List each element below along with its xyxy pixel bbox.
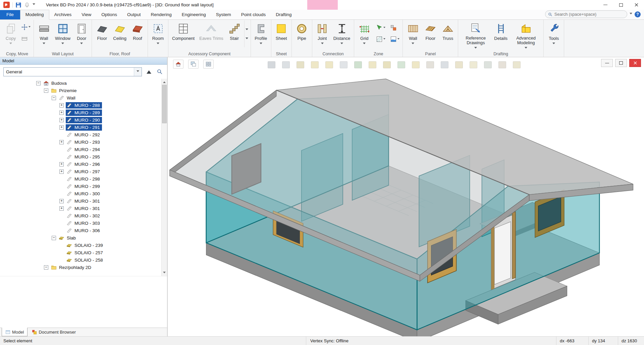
tree-item-wall[interactable]: −Wall	[0, 94, 161, 101]
tree-item-muro-290[interactable]: +MURO - 290	[0, 116, 161, 124]
tree-item-muro-301[interactable]: +MURO - 301	[0, 205, 161, 212]
tree-item-muro-300[interactable]: MURO - 300	[0, 190, 161, 197]
ribbon-button-pipe[interactable]: Pipe	[293, 20, 311, 50]
tree-item-muro-294[interactable]: MURO - 294	[0, 146, 161, 153]
ribbon-button-profile[interactable]: Profile	[252, 20, 270, 50]
filter-dropdown[interactable]: General	[3, 67, 142, 76]
bell-icon[interactable]	[24, 2, 30, 8]
collapse-icon[interactable]: −	[44, 88, 48, 93]
viewport-3d[interactable]	[168, 57, 644, 336]
ribbon-small-button-fill[interactable]	[389, 35, 400, 43]
collapse-icon[interactable]: −	[44, 265, 48, 270]
tree-item-muro-288[interactable]: +MURO - 288	[0, 101, 161, 109]
tree-item-muro-299[interactable]: MURO - 299	[0, 183, 161, 190]
menu-tab-point-clouds[interactable]: Point clouds	[236, 10, 271, 19]
ribbon-small-button-zone-box[interactable]	[389, 24, 400, 32]
help-icon[interactable]: ?	[635, 11, 641, 17]
viewport-restore-button[interactable]	[615, 59, 627, 67]
ribbon-small-button-hatch[interactable]	[375, 35, 386, 43]
tree-item-muro-293[interactable]: +MURO - 293	[0, 138, 161, 146]
menu-tab-output[interactable]: Output	[122, 10, 146, 19]
ribbon-button-room[interactable]: Room	[149, 20, 167, 50]
menu-tab-archives[interactable]: Archives	[49, 10, 77, 19]
ribbon-button-wall[interactable]: Wall	[404, 20, 422, 50]
ribbon-button-door[interactable]: Door	[73, 20, 90, 50]
ribbon-button-details[interactable]: Details	[492, 20, 510, 50]
ribbon-button-stair[interactable]: Stair	[226, 20, 243, 50]
close-button[interactable]	[629, 0, 644, 10]
ribbon-button-ceiling[interactable]: Ceiling	[111, 20, 129, 50]
ribbon-small-button-move[interactable]	[20, 23, 32, 31]
tree-item-muro-298[interactable]: MURO - 298	[0, 175, 161, 183]
expand-icon[interactable]: +	[59, 199, 64, 203]
expand-icon[interactable]: +	[59, 169, 64, 174]
ribbon-button-tools[interactable]: Tools	[545, 20, 562, 50]
tree-item-muro-303[interactable]: MURO - 303	[0, 219, 161, 227]
tree-item-muro-306[interactable]: MURO - 306	[0, 227, 161, 234]
maximize-button[interactable]	[613, 0, 629, 10]
collapse-icon[interactable]: −	[52, 96, 56, 100]
ribbon-button-advanced-modeling[interactable]: Advanced Modeling	[510, 20, 542, 50]
collapse-icon[interactable]: −	[36, 81, 41, 85]
menu-tab-engineering[interactable]: Engineering	[177, 10, 211, 19]
menu-tab-modeling[interactable]: Modeling	[20, 10, 49, 20]
tree-item-solaio-239[interactable]: SOLAIO - 239	[0, 242, 161, 249]
ribbon-button-component[interactable]: Component	[170, 20, 197, 50]
expand-icon[interactable]: +	[59, 118, 64, 122]
chevron-down-icon[interactable]	[33, 3, 35, 6]
ribbon-collapse-icon[interactable]	[630, 13, 632, 16]
viewport-close-button[interactable]	[629, 59, 641, 67]
minimize-button[interactable]	[598, 0, 613, 10]
tree-item-rez-pohlady-2d[interactable]: −Rez/pohlady 2D	[0, 264, 161, 271]
home-view-button[interactable]	[173, 60, 183, 69]
tree-item-muro-289[interactable]: +MURO - 289	[0, 109, 161, 116]
tree-item-solaio-257[interactable]: SOLAIO - 257	[0, 249, 161, 256]
search-box[interactable]	[545, 10, 627, 18]
ribbon-button-truss[interactable]: Truss	[439, 20, 457, 50]
dropdown-chevron-icon[interactable]	[134, 68, 142, 76]
menu-tab-file[interactable]: File	[0, 10, 20, 19]
gallery-scroll-arrows[interactable]	[244, 20, 249, 47]
ribbon-button-floor[interactable]: Floor	[93, 20, 111, 50]
tree-item-prizemie[interactable]: −Prizemie	[0, 87, 161, 94]
tree-item-slab[interactable]: −Slab	[0, 234, 161, 242]
tree-search-button[interactable]	[156, 68, 164, 76]
expand-icon[interactable]: +	[59, 103, 64, 108]
viewport-minimize-button[interactable]	[601, 59, 613, 67]
ribbon-button-wall[interactable]: Wall	[35, 20, 53, 50]
tree-item-muro-291[interactable]: +MURO - 291	[0, 124, 161, 131]
gallery-arrow-icon[interactable]	[246, 28, 248, 31]
tree-item-muro-302[interactable]: MURO - 302	[0, 212, 161, 219]
ribbon-button-distance[interactable]: Distance	[331, 20, 353, 50]
collapse-tree-button[interactable]	[145, 68, 153, 76]
ribbon-button-reference-drawings[interactable]: Reference Drawings	[460, 20, 492, 50]
search-input[interactable]	[554, 12, 624, 17]
expand-icon[interactable]: +	[59, 125, 64, 130]
cascade-windows-button[interactable]	[188, 60, 199, 69]
tree-scrollbar[interactable]	[161, 79, 167, 276]
ribbon-button-floor[interactable]: Floor	[422, 20, 439, 50]
expand-icon[interactable]: +	[59, 206, 64, 211]
menu-tab-drafting[interactable]: Drafting	[271, 10, 297, 19]
ribbon-button-roof[interactable]: Roof	[129, 20, 146, 50]
expand-icon[interactable]: +	[59, 140, 64, 144]
scrollbar-thumb[interactable]	[162, 85, 167, 123]
tree-item-muro-301[interactable]: +MURO - 301	[0, 197, 161, 205]
ribbon-button-sheet[interactable]: Sheet	[273, 20, 290, 50]
ribbon-button-grid[interactable]: Grid	[356, 20, 373, 50]
thumbnail-grid-button[interactable]	[203, 60, 214, 69]
tree-item-budova[interactable]: −Budova	[0, 79, 161, 87]
scroll-up-button[interactable]	[162, 79, 167, 84]
tab-document-browser[interactable]: Document Browser	[28, 328, 79, 336]
scroll-down-button[interactable]	[162, 270, 167, 276]
tree-item-solaio-258[interactable]: SOLAIO - 258	[0, 256, 161, 264]
tree-item-muro-292[interactable]: MURO - 292	[0, 131, 161, 138]
menu-tab-options[interactable]: Options	[96, 10, 122, 19]
save-icon[interactable]	[15, 2, 21, 8]
collapse-icon[interactable]: −	[52, 236, 56, 240]
ribbon-small-button-zone-select[interactable]	[375, 24, 386, 32]
ribbon-button-joint[interactable]: Joint	[314, 20, 331, 50]
tree-item-muro-295[interactable]: MURO - 295	[0, 153, 161, 160]
menu-tab-rendering[interactable]: Rendering	[146, 10, 176, 19]
tree-item-muro-296[interactable]: +MURO - 296	[0, 160, 161, 168]
